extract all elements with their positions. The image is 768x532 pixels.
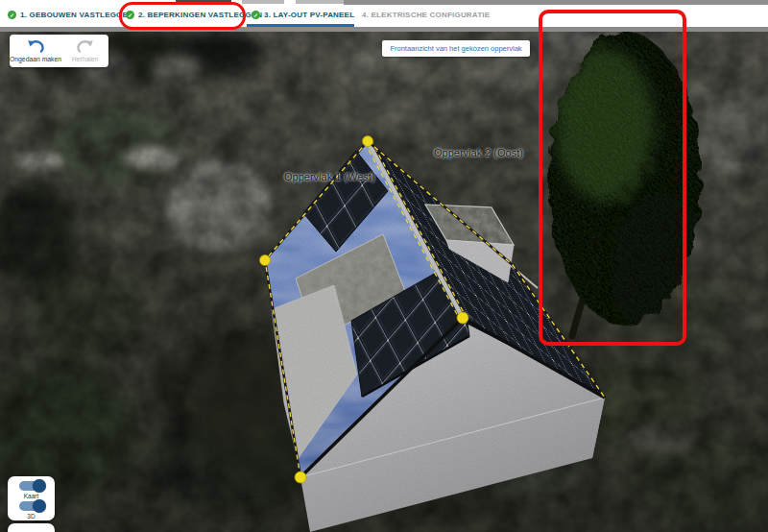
step-complete-check-icon: ✓ bbox=[8, 11, 16, 19]
clipped-header-dropdown bbox=[296, 0, 346, 4]
toggle-knob bbox=[33, 499, 46, 513]
step-complete-check-icon: ✓ bbox=[252, 11, 260, 19]
redo-button[interactable]: Herhalen bbox=[61, 35, 108, 67]
active-tab-underline bbox=[247, 24, 354, 27]
clipped-header-dropdown bbox=[242, 0, 284, 4]
tab-label: 1. GEBOUWEN VASTLEGGEN bbox=[20, 11, 133, 19]
tab-gebouwen-vastleggen[interactable]: ✓ 1. GEBOUWEN VASTLEGGEN bbox=[8, 11, 133, 19]
kaart-toggle-label: Kaart bbox=[24, 493, 39, 499]
clipped-control-panel bbox=[8, 523, 55, 532]
toggle-knob bbox=[33, 479, 46, 493]
undo-button[interactable]: Ongedaan maken bbox=[10, 35, 61, 67]
surface-label-west: Oppervlak 1 (West) bbox=[284, 171, 375, 182]
front-view-button[interactable]: Frontaanzicht van het gekozen oppervlak bbox=[382, 40, 530, 57]
view-toggle-panel: Kaart 3D bbox=[8, 476, 55, 520]
undo-redo-panel: Ongedaan maken Herhalen bbox=[10, 35, 108, 67]
redo-icon bbox=[76, 39, 95, 55]
tab-label: 4. ELEKTRISCHE CONFIGURATIE bbox=[362, 11, 490, 19]
tab-layout-pv-paneel[interactable]: ✓ 3. LAY-OUT PV-PANEEL bbox=[252, 11, 354, 19]
undo-label: Ongedaan maken bbox=[10, 56, 61, 62]
surface-label-east: Oppervlak 2 (Oost) bbox=[434, 147, 523, 158]
undo-icon bbox=[26, 39, 45, 55]
redo-label: Herhalen bbox=[72, 56, 99, 62]
red-highlight-step2 bbox=[119, 2, 246, 30]
3d-toggle[interactable] bbox=[19, 501, 44, 511]
tab-label: 3. LAY-OUT PV-PANEEL bbox=[264, 11, 354, 19]
red-highlight-tree bbox=[539, 10, 686, 346]
tab-elektrische-configuratie[interactable]: 4. ELEKTRISCHE CONFIGURATIE bbox=[362, 11, 490, 19]
3d-toggle-label: 3D bbox=[27, 513, 35, 520]
kaart-toggle[interactable] bbox=[19, 481, 44, 491]
pv-layout-editor: ✓ 1. GEBOUWEN VASTLEGGEN ✓ 2. BEPERKINGE… bbox=[0, 0, 768, 532]
